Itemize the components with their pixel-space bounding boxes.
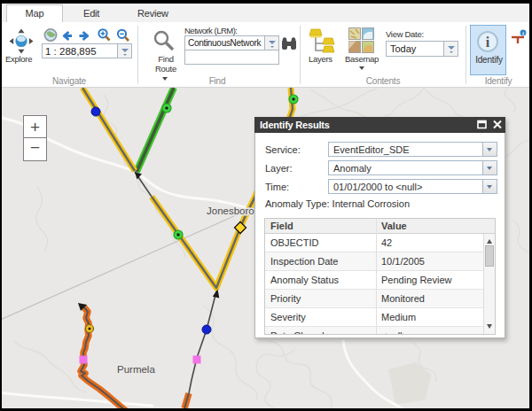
svg-text:Purmela: Purmela xyxy=(117,364,155,375)
svg-text:Jonesboro: Jonesboro xyxy=(207,206,254,216)
